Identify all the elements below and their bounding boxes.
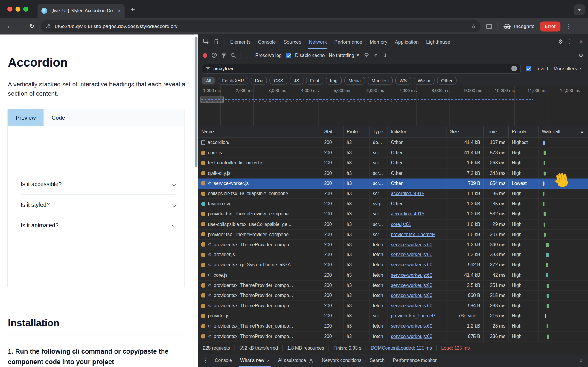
- request-row[interactable]: favicon.svg200h3svg...Other1.3 kB35 msHi…: [198, 199, 588, 209]
- drawer-tab-console[interactable]: Console: [211, 354, 236, 367]
- import-har-icon[interactable]: [373, 53, 379, 58]
- tab-close-icon[interactable]: ×: [118, 8, 121, 14]
- request-row[interactable]: ⚙provider.tsx_ThemeProvider_compo...200h…: [198, 301, 588, 311]
- initiator-link[interactable]: service-worker.js:60: [391, 303, 432, 308]
- column-header-type[interactable]: Type: [370, 126, 388, 137]
- request-name-cell[interactable]: core.js: [198, 148, 321, 158]
- request-row[interactable]: accordion/200h3do...Other41.4 kB107 msHi…: [198, 138, 588, 148]
- reload-icon[interactable]: ↻: [26, 22, 38, 30]
- initiator-cell[interactable]: service-worker.js:60: [388, 260, 447, 270]
- initiator-link[interactable]: accordion/:4915: [391, 211, 424, 217]
- request-name-cell[interactable]: ⚙provider.tsx_getSystemTheme_aKkA...: [198, 260, 321, 270]
- accordion-item-is-it-animated[interactable]: Is it animated?: [21, 215, 175, 236]
- sort-ascending-icon[interactable]: ▲: [581, 130, 585, 133]
- initiator-link[interactable]: provider.tsx_ThemeP: [391, 314, 435, 319]
- drawer-tab-ai-assistance[interactable]: AI assistance: [274, 354, 318, 367]
- request-row[interactable]: provider.tsx_ThemeProvider_compone...200…: [198, 230, 588, 240]
- column-header-name[interactable]: Name: [198, 126, 321, 137]
- filter-chip-fetch-xhr[interactable]: Fetch/XHR: [218, 77, 248, 84]
- clear-filter-icon[interactable]: ×: [511, 66, 517, 71]
- request-name-cell[interactable]: ⚙provider.tsx_ThemeProvider_compo...: [198, 331, 321, 341]
- filter-input[interactable]: proxytown ×: [202, 64, 521, 74]
- maximize-window-button[interactable]: [23, 7, 28, 12]
- request-name-cell[interactable]: ⚙provider.tsx_ThemeProvider_compo...: [198, 240, 321, 250]
- request-name-cell[interactable]: accordion/: [198, 138, 321, 148]
- initiator-cell[interactable]: core.js:61: [388, 219, 447, 229]
- column-header-size[interactable]: Size: [447, 126, 484, 137]
- initiator-link[interactable]: service-worker.js:60: [391, 334, 432, 339]
- disable-cache-checkbox[interactable]: [286, 53, 291, 58]
- request-row[interactable]: qwik-city.js200h3scr...Other7.2 kB343 ms…: [198, 168, 588, 178]
- request-name-cell[interactable]: ⚙provider.tsx_ThemeProvider_compo...: [198, 321, 321, 331]
- preserve-log-checkbox[interactable]: [246, 53, 251, 58]
- invert-checkbox[interactable]: [526, 66, 531, 71]
- initiator-cell[interactable]: service-worker.js:60: [388, 281, 447, 290]
- filter-chip-ws[interactable]: WS: [395, 77, 411, 84]
- request-name-cell[interactable]: test-controlled-list-mixed.js: [198, 158, 321, 168]
- devtools-close-icon[interactable]: ×: [576, 38, 586, 45]
- request-name-cell[interactable]: ⚙provider.tsx_ThemeProvider_compo...: [198, 291, 321, 301]
- error-button[interactable]: Error: [540, 21, 560, 31]
- more-filters-dropdown[interactable]: More filters: [554, 66, 584, 71]
- drawer-close-icon[interactable]: ×: [576, 357, 586, 364]
- initiator-cell[interactable]: service-worker.js:60: [388, 331, 447, 341]
- drawer-tab-search[interactable]: Search: [365, 354, 389, 367]
- request-row[interactable]: ⚙provider.tsx_ThemeProvider_compo...200h…: [198, 321, 588, 331]
- filter-chip-wasm[interactable]: Wasm: [414, 77, 435, 84]
- back-icon[interactable]: ←: [4, 22, 15, 30]
- filter-chip-media[interactable]: Media: [344, 77, 365, 84]
- filter-icon[interactable]: [221, 53, 226, 58]
- throttling-dropdown[interactable]: No throttling: [329, 53, 359, 58]
- request-row[interactable]: ⚙service-worker.js200h3scr...Other739 B6…: [198, 178, 588, 189]
- filter-chip-all[interactable]: All: [202, 77, 215, 84]
- request-row[interactable]: test-controlled-list-mixed.js200h3scr...…: [198, 158, 588, 168]
- address-bar[interactable]: 0f6e2f0b.qwik-ui-site.pages.dev/docs/sty…: [41, 20, 481, 32]
- devtools-tab-network[interactable]: Network: [305, 34, 330, 49]
- close-window-button[interactable]: [7, 7, 12, 12]
- filter-chip-font[interactable]: Font: [306, 77, 323, 84]
- request-name-cell[interactable]: use-collapsible.tsx_useCollapsible_ge...: [198, 219, 321, 229]
- request-name-cell[interactable]: ⚙service-worker.js: [198, 178, 321, 188]
- drawer-tab-performance-monitor[interactable]: Performance monitor: [389, 354, 441, 367]
- request-name-cell[interactable]: provider.tsx_ThemeProvider_compone...: [198, 209, 321, 219]
- initiator-link[interactable]: service-worker.js:60: [391, 262, 432, 268]
- initiator-cell[interactable]: service-worker.js:60: [388, 291, 447, 301]
- initiator-cell[interactable]: service-worker.js:60: [388, 321, 447, 331]
- initiator-link[interactable]: core.js:61: [391, 221, 411, 227]
- initiator-link[interactable]: service-worker.js:60: [391, 324, 432, 329]
- initiator-link[interactable]: service-worker.js:60: [391, 252, 432, 258]
- filter-chip-doc[interactable]: Doc: [251, 77, 267, 84]
- clear-network-log-icon[interactable]: [211, 53, 217, 58]
- initiator-cell[interactable]: service-worker.js:60: [388, 250, 447, 260]
- request-row[interactable]: use-collapsible.tsx_useCollapsible_ge...…: [198, 219, 588, 230]
- request-name-cell[interactable]: ⚙core.js: [198, 270, 321, 280]
- forward-icon[interactable]: →: [15, 22, 26, 30]
- url-text[interactable]: 0f6e2f0b.qwik-ui-site.pages.dev/docs/sty…: [55, 23, 467, 29]
- drawer-tab-what-s-new[interactable]: What's new×: [236, 354, 274, 367]
- request-row[interactable]: ⚙provider.tsx_ThemeProvider_compo...200h…: [198, 331, 588, 342]
- drawer-tab-close-icon[interactable]: ×: [267, 358, 270, 363]
- request-name-cell[interactable]: favicon.svg: [198, 199, 321, 209]
- initiator-link[interactable]: provider.tsx_ThemeP: [391, 232, 435, 237]
- filter-chip-js[interactable]: JS: [290, 77, 303, 84]
- search-icon[interactable]: [231, 53, 236, 58]
- filter-chip-img[interactable]: Img: [326, 77, 342, 84]
- filter-chip-other[interactable]: Other: [437, 77, 456, 84]
- request-row[interactable]: collapsible.tsx_HCollapsible_compone...2…: [198, 189, 588, 199]
- devtools-tab-console[interactable]: Console: [254, 34, 280, 49]
- accordion-item-is-it-styled[interactable]: Is it styled?: [21, 195, 175, 215]
- drawer-menu-icon[interactable]: ⋮: [200, 357, 211, 364]
- request-row[interactable]: provider.js200h3scr...provider.tsx_Theme…: [198, 311, 588, 321]
- initiator-cell[interactable]: accordion/:4915: [388, 189, 447, 198]
- column-header-proto[interactable]: Proto...: [344, 126, 370, 137]
- request-name-cell[interactable]: qwik-city.js: [198, 168, 321, 178]
- tab-preview[interactable]: Preview: [8, 109, 44, 126]
- column-header-priority[interactable]: Priority: [509, 126, 539, 137]
- new-tab-button[interactable]: +: [131, 6, 135, 13]
- request-row[interactable]: ⚙core.js200h3fetchservice-worker.js:6041…: [198, 270, 588, 280]
- device-toolbar-icon[interactable]: [212, 34, 223, 49]
- tab-search-button[interactable]: ▼: [574, 4, 585, 15]
- column-header-initiator[interactable]: Initiator: [388, 126, 447, 137]
- accordion-item-is-it-accessible[interactable]: Is it accessible?: [21, 174, 175, 195]
- browser-menu-icon[interactable]: ⋮: [566, 23, 572, 30]
